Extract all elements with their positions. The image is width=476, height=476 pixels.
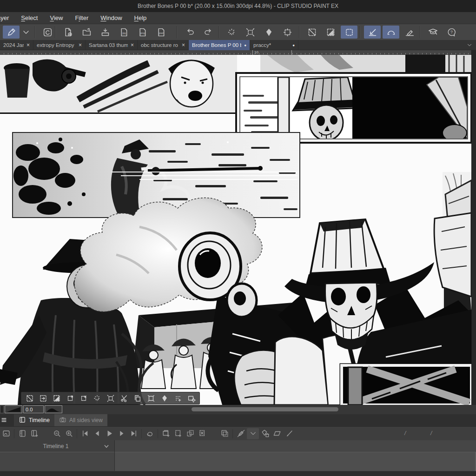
value-field[interactable]: 0.0: [23, 405, 44, 413]
menu-item-ayer[interactable]: ayer: [0, 13, 15, 23]
deselect-icon[interactable]: [304, 26, 320, 39]
document-tab[interactable]: Sartana 03 thum×: [86, 40, 138, 50]
next-frame-icon[interactable]: [115, 428, 127, 439]
timeline-selector[interactable]: Timeline 1: [0, 440, 114, 452]
document-tab[interactable]: 2024 Jami×: [0, 40, 33, 50]
open-file-icon[interactable]: [78, 26, 95, 39]
chevron-down-icon[interactable]: [103, 443, 110, 451]
new-file-icon[interactable]: [60, 26, 76, 39]
timeline-tab-timeline[interactable]: Timeline: [14, 414, 54, 426]
active-tool-icon[interactable]: [3, 26, 20, 39]
close-icon[interactable]: ×: [128, 42, 134, 48]
document-tab[interactable]: praccy*●: [250, 40, 298, 50]
chevron-down-icon[interactable]: [21, 26, 31, 39]
specify-cels-icon[interactable]: [184, 428, 196, 439]
tab-label: Sartana 03 thum: [89, 42, 128, 48]
export-jpg-icon[interactable]: jpg: [115, 26, 132, 39]
menu-item-help[interactable]: Help: [128, 13, 153, 23]
launcher-settings-icon[interactable]: [185, 393, 198, 403]
scale-selection-icon[interactable]: [64, 393, 76, 403]
zoom-out-icon[interactable]: [51, 428, 63, 439]
onion-skin-icon[interactable]: [218, 428, 231, 439]
undo-icon[interactable]: [181, 26, 198, 39]
delete-cels-icon[interactable]: [196, 428, 208, 439]
new-cel-icon[interactable]: [172, 428, 184, 439]
clear-selection-icon[interactable]: [223, 26, 240, 39]
tween-icon[interactable]: [271, 428, 283, 439]
reselect-icon[interactable]: [37, 393, 49, 403]
play-icon[interactable]: [103, 428, 115, 439]
deselect-icon[interactable]: [23, 393, 36, 403]
chevron-down-icon[interactable]: [247, 428, 259, 439]
document-tab[interactable]: Brother Bones P 00 b*●: [189, 40, 250, 50]
copy-icon[interactable]: [131, 393, 144, 403]
timeline-tab-all-sides-view[interactable]: All sides view: [54, 414, 107, 426]
menu-item-view[interactable]: View: [44, 13, 69, 23]
separator: [14, 429, 14, 438]
svg-text:?: ?: [450, 30, 453, 34]
clear-outside-selection-icon[interactable]: [104, 393, 117, 403]
snap-to-grid-icon[interactable]: [401, 26, 418, 39]
timeline-frames-area: [115, 452, 476, 471]
timeline-list-icon[interactable]: [16, 428, 28, 439]
pan-dock-icon[interactable]: [0, 428, 12, 439]
loop-icon[interactable]: [144, 428, 156, 439]
invert-selection-icon[interactable]: [50, 393, 63, 403]
modified-dot: ●: [290, 43, 295, 47]
last-frame-icon[interactable]: [127, 428, 139, 439]
svg-text:png: png: [140, 31, 145, 34]
menu-item-filter[interactable]: Filter: [69, 13, 94, 23]
document-tab[interactable]: extropy Entropy×: [33, 40, 86, 50]
window-title: Brother Bones P 00 b* (20.00 x 15.00in 3…: [138, 3, 338, 9]
ruler-tick: [291, 50, 292, 55]
shrink-selection-icon[interactable]: [77, 393, 90, 403]
toolbar-group: [181, 24, 217, 40]
selection-area-icon[interactable]: [341, 26, 357, 39]
close-icon[interactable]: ×: [24, 42, 30, 48]
document-tab[interactable]: obc structure ro×: [138, 40, 189, 50]
export-png-icon[interactable]: png: [134, 26, 151, 39]
new-tone-icon[interactable]: [172, 393, 184, 403]
cut-icon[interactable]: [118, 393, 130, 403]
first-frame-icon[interactable]: [79, 428, 91, 439]
fill-icon[interactable]: [260, 26, 277, 39]
canvas-viewport[interactable]: 10: [0, 50, 476, 405]
prev-frame-icon[interactable]: [91, 428, 103, 439]
new-animation-folder-icon[interactable]: [160, 428, 172, 439]
tab-label: praccy*: [253, 42, 271, 48]
separator: [77, 429, 77, 438]
redo-icon[interactable]: [200, 26, 217, 39]
export-psd-icon[interactable]: psd: [152, 26, 169, 39]
menu-item-select[interactable]: Select: [15, 13, 44, 23]
clear-outside-selection-icon[interactable]: [242, 26, 258, 39]
normal-cel-disabled-icon[interactable]: [235, 428, 247, 439]
ease-ramp-icon[interactable]: [5, 405, 22, 413]
fill-icon[interactable]: [158, 393, 171, 403]
snap-to-ruler-icon[interactable]: [364, 26, 381, 39]
frame-border-icon[interactable]: [279, 26, 296, 39]
vertical-scrollbar[interactable]: [471, 50, 476, 405]
horizontal-scrollbar[interactable]: [192, 407, 338, 411]
clear-selection-icon[interactable]: [91, 393, 103, 403]
close-icon[interactable]: ×: [76, 42, 82, 48]
close-icon[interactable]: ×: [179, 42, 185, 48]
save-file-icon[interactable]: [97, 26, 113, 39]
snap-to-special-ruler-icon[interactable]: [383, 26, 399, 39]
clip-studio-logo-icon[interactable]: [39, 26, 56, 39]
draw-line-icon[interactable]: [283, 428, 295, 439]
chevron-down-icon[interactable]: [465, 40, 474, 50]
menu-item-window[interactable]: Window: [94, 13, 128, 23]
zoom-in-icon[interactable]: [63, 428, 75, 439]
delete-cel-icon[interactable]: [259, 428, 271, 439]
ruler-tick: [252, 50, 253, 55]
transform-icon[interactable]: [145, 393, 157, 403]
new-timeline-icon[interactable]: [28, 428, 40, 439]
hamburger-icon[interactable]: [1, 416, 7, 425]
canvas-artwork: [0, 55, 471, 405]
help-icon[interactable]: ?: [443, 26, 460, 39]
ease-hill-icon[interactable]: [45, 405, 62, 413]
invert-selection-icon[interactable]: [322, 26, 339, 39]
svg-text:psd: psd: [159, 31, 163, 34]
tutorial-icon[interactable]: [424, 26, 441, 39]
timeline-layer-column: [0, 452, 114, 471]
